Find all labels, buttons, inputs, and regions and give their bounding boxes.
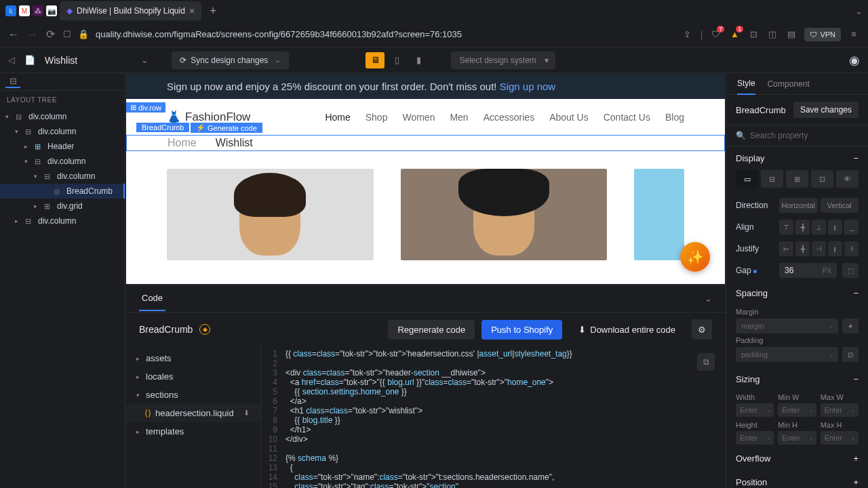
nav-item[interactable]: Blog bbox=[665, 112, 684, 123]
extension-icon[interactable]: ⊡ bbox=[747, 28, 760, 41]
nav-item[interactable]: Contact Us bbox=[604, 112, 650, 123]
folder-templates[interactable]: ▸templates bbox=[125, 422, 260, 441]
back-icon[interactable]: ← bbox=[8, 28, 19, 41]
desktop-device-button[interactable]: 🖥 bbox=[366, 52, 384, 68]
generate-code-button[interactable]: ⚡ Generate code bbox=[191, 123, 262, 133]
copy-code-icon[interactable]: ⧉ bbox=[697, 353, 715, 371]
product-card[interactable] bbox=[167, 169, 374, 260]
display-section[interactable]: Display− bbox=[726, 146, 868, 170]
minw-input[interactable]: Enter- bbox=[778, 403, 816, 417]
url-bar[interactable]: ☐ 🔒 quality.dhiwise.com/figmaReact/scree… bbox=[63, 29, 673, 39]
tree-item[interactable]: ▸⊟div.column bbox=[0, 214, 125, 228]
code-tab[interactable]: Code bbox=[139, 286, 165, 311]
display-inline-button[interactable]: ⊡ bbox=[811, 170, 833, 188]
active-tab[interactable]: ◆ DhiWise | Build Shopify Liquid × bbox=[60, 1, 201, 20]
tree-item[interactable]: ▾⊟div.column bbox=[0, 154, 125, 169]
panel-icon[interactable]: ◫ bbox=[766, 28, 778, 41]
menu-icon[interactable]: ≡ bbox=[848, 28, 860, 41]
display-block-button[interactable]: ▭ bbox=[736, 170, 758, 188]
gap-input[interactable]: 36PX bbox=[779, 263, 837, 278]
tree-item[interactable]: ◎BreadCrumb bbox=[0, 184, 125, 199]
width-input[interactable]: Enter- bbox=[736, 403, 774, 417]
new-tab-button[interactable]: + bbox=[204, 4, 222, 18]
discord-icon[interactable]: ◉ bbox=[849, 53, 860, 68]
regenerate-button[interactable]: Regenerate code bbox=[388, 320, 475, 340]
folder-assets[interactable]: ▸assets bbox=[125, 349, 260, 367]
align-start[interactable]: ⊤ bbox=[779, 220, 793, 235]
display-none-button[interactable]: 👁 bbox=[836, 170, 859, 188]
align-center[interactable]: ╋ bbox=[795, 220, 810, 235]
display-grid-button[interactable]: ⊞ bbox=[786, 170, 808, 188]
folder-locales[interactable]: ▸locales bbox=[125, 367, 260, 386]
product-card[interactable] bbox=[634, 169, 684, 260]
spacing-section[interactable]: Spacing− bbox=[726, 281, 868, 305]
promo-link[interactable]: Sign up now bbox=[500, 81, 556, 92]
gmail-icon[interactable]: M bbox=[19, 5, 30, 16]
maxw-input[interactable]: Enter- bbox=[821, 403, 859, 417]
nav-item[interactable]: Shop bbox=[366, 112, 388, 123]
alert-icon[interactable]: ▲1 bbox=[728, 28, 741, 41]
settings-icon[interactable]: ⚙ bbox=[692, 319, 712, 340]
style-tab[interactable]: Style bbox=[737, 73, 755, 95]
code-editor[interactable]: ⧉ 1{{ class=class="tok-str">"tok-str">'h… bbox=[261, 346, 726, 488]
nav-item[interactable]: Women bbox=[402, 112, 435, 123]
brand-logo[interactable]: 👗 FashionFlow bbox=[167, 110, 250, 124]
tree-item[interactable]: ▸⊞div.grid bbox=[0, 199, 125, 214]
tree-tab-icon[interactable]: ⊟ bbox=[5, 76, 20, 88]
save-changes-button[interactable]: Save changes bbox=[793, 102, 859, 118]
design-system-select[interactable]: Select design system bbox=[451, 52, 555, 69]
align-baseline[interactable]: ⎯ bbox=[844, 220, 859, 235]
magic-wand-fab[interactable]: ✨ bbox=[680, 242, 710, 272]
nav-item[interactable]: About Us bbox=[549, 112, 589, 123]
push-shopify-button[interactable]: Push to Shopify bbox=[481, 320, 562, 340]
position-section[interactable]: Position+ bbox=[726, 470, 868, 488]
shield-icon[interactable]: 🛡7 bbox=[709, 28, 722, 41]
close-tab-icon[interactable]: × bbox=[189, 5, 195, 16]
product-card[interactable] bbox=[401, 169, 608, 260]
bookmark-icon[interactable]: ☐ bbox=[63, 29, 71, 39]
component-tab[interactable]: Component bbox=[768, 74, 810, 94]
tree-item[interactable]: ▾⊟div.column bbox=[0, 169, 125, 184]
tablet-device-button[interactable]: ▯ bbox=[387, 52, 406, 68]
margin-expand-icon[interactable]: ✦ bbox=[842, 319, 859, 333]
justify-center[interactable]: ╋ bbox=[795, 241, 810, 256]
forward-icon[interactable]: → bbox=[27, 28, 38, 41]
app-icon-1[interactable]: k bbox=[5, 5, 16, 16]
folder-sections[interactable]: ▾sections bbox=[125, 386, 260, 404]
search-property-input[interactable]: 🔍 Search property bbox=[726, 125, 868, 146]
file-headersection[interactable]: ⟨⟩ headersection.liquid⬇ bbox=[125, 404, 260, 422]
nav-item[interactable]: Accessories bbox=[484, 112, 534, 123]
sizing-section[interactable]: Sizing− bbox=[726, 367, 868, 391]
page-dropdown-icon[interactable]: ⌄ bbox=[141, 55, 149, 65]
align-end[interactable]: ⊥ bbox=[812, 220, 826, 235]
justify-around[interactable]: ⦀ bbox=[844, 241, 859, 256]
direction-vertical[interactable]: Vertical bbox=[821, 198, 859, 213]
direction-horizontal[interactable]: Horizontal bbox=[779, 198, 818, 213]
reload-icon[interactable]: ⟳ bbox=[46, 28, 55, 41]
minh-input[interactable]: Enter- bbox=[778, 431, 816, 445]
preview-canvas[interactable]: ⊞ div.row Sign up now and enjoy a 25% di… bbox=[126, 74, 725, 284]
mobile-device-button[interactable]: ▮ bbox=[409, 52, 428, 68]
tree-item[interactable]: ▸⊞Header bbox=[0, 139, 125, 154]
height-input[interactable]: Enter- bbox=[736, 431, 774, 445]
app-back-icon[interactable]: ◁ bbox=[8, 55, 15, 65]
vpn-button[interactable]: 🛡 VPN bbox=[804, 28, 841, 41]
padding-expand-icon[interactable]: ⊡ bbox=[842, 347, 859, 362]
padding-input[interactable]: padding- bbox=[736, 347, 838, 362]
share-icon[interactable]: ⇪ bbox=[682, 28, 694, 41]
breadcrumb-selection[interactable]: BreadCrumb ⚡ Generate code Home Wishlist bbox=[126, 135, 725, 151]
chevron-down-icon[interactable]: ⌄ bbox=[855, 6, 863, 16]
slack-icon[interactable]: ⁂ bbox=[33, 5, 43, 16]
justify-start[interactable]: ⊢ bbox=[779, 241, 793, 256]
overflow-section[interactable]: Overflow+ bbox=[726, 447, 868, 470]
download-file-icon[interactable]: ⬇ bbox=[243, 409, 250, 418]
gap-link-icon[interactable]: ⬚ bbox=[842, 263, 859, 278]
wallet-icon[interactable]: ▤ bbox=[785, 28, 797, 41]
margin-input[interactable]: margin- bbox=[736, 319, 838, 333]
app-icon-4[interactable]: 📷 bbox=[46, 5, 57, 16]
align-stretch[interactable]: ⫿ bbox=[828, 220, 842, 235]
justify-end[interactable]: ⊣ bbox=[812, 241, 826, 256]
sync-button[interactable]: ⟳ Sync design changes ⌄ bbox=[172, 52, 289, 69]
tree-item[interactable]: ▾⊟div.column bbox=[0, 124, 125, 139]
tree-item[interactable]: ▾⊟div.column bbox=[0, 109, 125, 124]
